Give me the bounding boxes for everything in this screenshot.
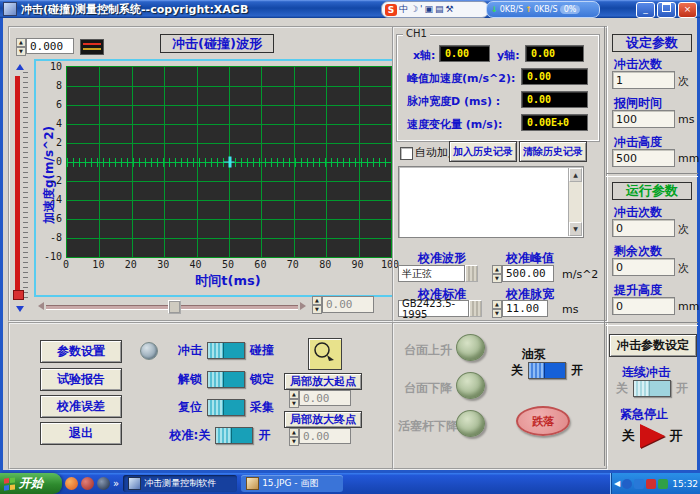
cal-width-value[interactable]: 11.00 [502,300,548,317]
test-report-button[interactable]: 试验报告 [40,368,122,391]
table-down-knob[interactable] [456,372,485,399]
slider-down-arrow-icon[interactable] [16,306,24,312]
tray-alert-icon[interactable] [646,479,656,489]
ime-logo-icon[interactable]: S [385,4,397,16]
piston-down-label: 活塞杆下降 [398,418,458,435]
close-button[interactable]: × [678,2,697,18]
param-settings-button[interactable]: 参数设置 [40,340,122,363]
ime-fullwidth-icon[interactable]: ▣ [425,3,434,16]
slider-fill [15,76,20,290]
ime-menu-icon[interactable]: ⚒ [446,3,454,16]
impact-height-field[interactable]: 500 [612,149,675,167]
lock-switch[interactable] [207,371,245,388]
slider-right-arrow-icon[interactable] [300,302,306,310]
cal-std-dropdown[interactable]: GB2423.5-1995 [398,300,482,317]
listbox-scrollbar[interactable]: ▲▼ [568,168,582,236]
quicklaunch-icon-3[interactable] [97,477,110,490]
quicklaunch-icon-1[interactable] [65,477,78,490]
task-button-app[interactable]: 冲击测量控制软件 [123,475,237,492]
spinner-arrows-icon[interactable]: ▲▼ [492,300,502,317]
y-scale-slider[interactable] [13,64,31,312]
cal-peak-value[interactable]: 500.00 [502,265,554,282]
set-count-field[interactable]: 1 [612,71,675,89]
ime-toolbar[interactable]: S 中 ☽ ' ▣ ▤ ⚒ [381,1,489,18]
plot-scale-value[interactable]: 0.000 [26,38,74,54]
ime-mode-icon[interactable]: 中 [399,3,408,16]
impact-collision-switch[interactable] [207,342,245,359]
continuous-switch[interactable] [633,380,671,397]
pump-switch[interactable] [528,362,566,379]
dropdown-button-icon[interactable] [469,300,482,317]
continuous-impact-label: 连续冲击 [622,364,670,381]
network-monitor[interactable]: ↓ 0KB/S ↑ 0KB/S 0% [486,1,600,18]
spinner-arrows-icon[interactable]: ▲▼ [312,296,322,313]
zoom-start-value[interactable]: 0.00 [299,390,351,406]
divider [606,173,698,177]
system-tray: ◀ 15:32 [610,473,700,494]
ime-keyboard-icon[interactable]: ▤ [435,3,444,16]
zoom-tool-button[interactable] [308,338,342,370]
cal-width-spinner[interactable]: ▲▼ 11.00 [492,300,548,317]
cal-std-value[interactable]: GB2423.5-1995 [398,300,469,317]
piston-down-knob[interactable] [456,410,485,437]
scroll-down-icon[interactable]: ▼ [569,222,582,236]
plot-scale-spinner[interactable]: ▲▼ 0.000 [16,38,74,54]
plot-canvas[interactable] [66,66,392,258]
acquire-switch[interactable] [207,399,245,416]
cal-error-button[interactable]: 校准误差 [40,395,122,418]
table-up-knob[interactable] [456,334,485,361]
tray-bluetooth-icon[interactable] [622,479,632,489]
scroll-up-icon[interactable]: ▲ [569,168,582,182]
quicklaunch-more-icon[interactable]: » [113,478,119,489]
impact-param-set-button[interactable]: 冲击参数设定 [609,334,697,357]
slider-handle[interactable] [168,300,181,314]
spinner-arrows-icon[interactable]: ▲▼ [289,390,299,406]
tray-shield-icon[interactable] [634,479,644,489]
zoom-end-value[interactable]: 0.00 [299,428,351,444]
slider-handle[interactable] [13,290,24,300]
cal-wave-value[interactable]: 半正弦 [398,265,465,282]
history-listbox[interactable]: ▲▼ [398,166,584,238]
ime-moon-icon[interactable]: ☽ [410,3,418,16]
ime-punctuation-icon[interactable]: ' [420,3,422,16]
impact-label: 冲击 [178,342,202,359]
tray-chevron-icon[interactable]: ◀ [614,479,620,488]
pulse-width-label: 脉冲宽度D (ms) : [407,94,500,109]
minimize-button[interactable]: _ [636,2,655,18]
x-axis-readout: 0.00 [439,45,490,62]
start-button[interactable]: 开始 [0,473,62,494]
task-button-paint[interactable]: 15.JPG - 画图 [241,475,343,492]
dropdown-button-icon[interactable] [465,265,478,282]
drop-button[interactable]: 跌落 [516,406,570,436]
estop-off-label: 关 [622,427,635,445]
x-offset-value[interactable]: 0.00 [322,296,374,313]
brake-time-field[interactable]: 100 [612,110,675,128]
auto-add-checkbox[interactable] [400,147,413,160]
x-offset-slider[interactable] [38,299,306,313]
graph-cursor[interactable] [224,157,235,168]
tray-green-shield-icon[interactable] [658,479,668,489]
waveform-graph[interactable]: 加速度g(m/s^2) -10-8-6-4-20246810 010203040… [34,59,394,297]
slider-up-arrow-icon[interactable] [16,64,24,70]
slider-left-arrow-icon[interactable] [38,302,44,310]
zoom-end-spinner[interactable]: ▲▼ 0.00 [289,428,351,444]
cal-wave-dropdown[interactable]: 半正弦 [398,265,478,282]
emergency-stop-switch[interactable] [640,424,665,448]
run-params-title: 运行参数 [612,182,692,200]
spinner-arrows-icon[interactable]: ▲▼ [289,428,299,444]
spinner-arrows-icon[interactable]: ▲▼ [492,265,502,282]
clear-history-button[interactable]: 清除历史记录 [519,141,587,162]
cal-peak-unit: m/s^2 [562,268,598,281]
restore-button[interactable] [657,2,676,18]
estop-label: 紧急停止 [620,406,668,423]
taskbar-clock[interactable]: 15:32 [672,479,698,489]
spinner-arrows-icon[interactable]: ▲▼ [16,38,26,54]
cal-peak-spinner[interactable]: ▲▼ 500.00 [492,265,554,282]
quicklaunch-icon-2[interactable] [81,477,94,490]
start-label: 开始 [19,475,43,492]
calibration-switch[interactable] [215,427,253,444]
x-offset-spinner[interactable]: ▲▼ 0.00 [312,296,374,313]
exit-button[interactable]: 退出 [40,422,122,445]
add-history-button[interactable]: 加入历史记录 [449,141,517,162]
zoom-start-spinner[interactable]: ▲▼ 0.00 [289,390,351,406]
